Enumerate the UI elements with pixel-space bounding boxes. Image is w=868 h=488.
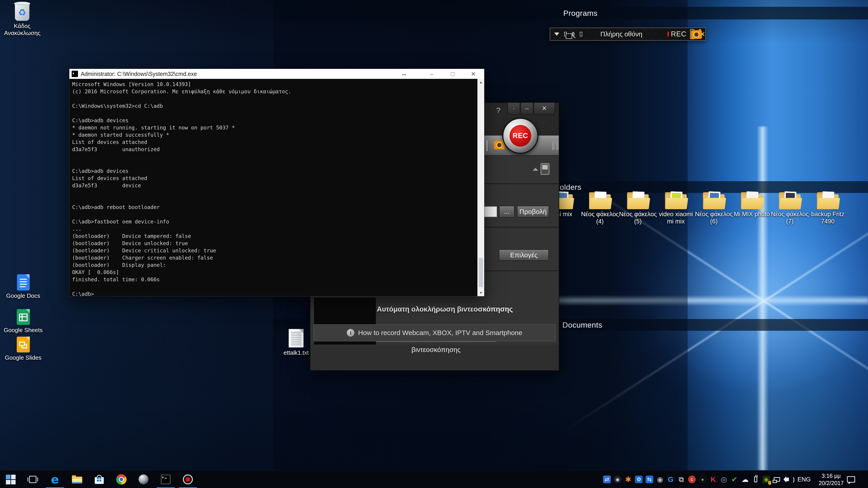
edge-app[interactable]: e	[47, 470, 63, 488]
device-icon[interactable]: ⧉	[676, 470, 686, 488]
cmd-line: C:\adb>adb devices	[72, 167, 477, 175]
usb-icon[interactable]	[750, 470, 761, 488]
language-indicator[interactable]: ENG	[798, 470, 811, 488]
scrollbar-thumb[interactable]	[479, 258, 483, 287]
recycle-bin-icon[interactable]: ♻ Κάδος Ανακύκλωσης	[4, 4, 40, 37]
cmd-scrollbar[interactable]: ▲ ▼	[477, 79, 484, 296]
cmd-line: finished. total time: 0.066s	[72, 276, 477, 283]
folder-item[interactable]: Νέος φάκελος (7)	[771, 191, 809, 225]
minimize-to-tray-button[interactable]: ·	[507, 102, 520, 115]
logitech-g-icon[interactable]: G	[665, 470, 676, 488]
onedrive-cloud-icon[interactable]: ☁	[740, 470, 750, 488]
magnifier-icon[interactable]	[572, 32, 575, 36]
info-bar[interactable]: i How to record Webcam, XBOX, IPTV and S…	[313, 324, 556, 341]
folder-icon	[664, 191, 687, 209]
fence-programs-title: Programs	[563, 9, 597, 18]
cmd-line: Microsoft Windows [Version 10.0.14393]	[72, 80, 477, 88]
volume-icon[interactable]	[782, 470, 793, 488]
folder-item[interactable]: Νέος φάκελος (6)	[695, 191, 733, 225]
view-button[interactable]: Προβολή	[517, 206, 549, 218]
orb-app[interactable]	[135, 470, 151, 488]
region-select-icon[interactable]	[580, 32, 582, 36]
action-center-button[interactable]	[846, 470, 856, 488]
folder-item[interactable]: video xiaomi mi mix	[657, 191, 695, 225]
cmd-line: List of devices attached	[72, 175, 477, 182]
help-icon[interactable]: ?	[496, 106, 500, 115]
record-dot-icon[interactable]	[667, 31, 669, 37]
capture-bar: Πλήρης οθόνη REC ✕	[550, 28, 706, 41]
folder-item[interactable]: Νέος φάκελος (4)	[581, 191, 619, 225]
resize-cursor-icon: ↔	[401, 70, 407, 77]
clock[interactable]: 3:16 μμ 20/2/2017	[812, 470, 850, 488]
minimize-button[interactable]: –	[521, 102, 533, 115]
cmd-line: OKAY [ 0.066s]	[72, 269, 477, 276]
cmd-line: C:\adb>fastboot oem device-info	[72, 218, 477, 225]
nvidia-icon[interactable]: ◉!	[761, 470, 772, 488]
google-sheets-label: Google Sheets	[3, 327, 43, 334]
folder-icon	[627, 191, 649, 209]
taskbar: e ⇄◉✱⚙⇆◉G⧉c●K◎✔☁◉! ENG 3:16 μμ 20/2/2017	[0, 470, 868, 488]
collapse-icon[interactable]	[533, 168, 538, 171]
fence-programs: Programs	[273, 7, 868, 20]
wallpaper-beam-vertical	[757, 127, 769, 470]
check-icon[interactable]: ✔	[729, 470, 740, 488]
desktop: Programs Folders Documents ♻ Κάδος Ανακύ…	[0, 0, 868, 488]
cmd-line	[72, 211, 477, 218]
google-slides-icon[interactable]: Google Slides	[3, 337, 43, 361]
capture-close-button[interactable]: ✕	[700, 30, 705, 38]
scroll-up-arrow[interactable]: ▲	[477, 79, 484, 86]
audio-driver-icon[interactable]: ◎	[719, 470, 729, 488]
cmd-line: * daemon not running. starting it now on…	[72, 124, 477, 131]
pause-icon[interactable]	[551, 141, 560, 150]
folder-icon	[816, 191, 839, 209]
info-icon: i	[347, 329, 354, 337]
asterisk-icon[interactable]: ✱	[623, 470, 633, 488]
steam-icon[interactable]: ◉	[612, 470, 623, 488]
file-explorer-app[interactable]	[69, 470, 85, 488]
screenshot-camera-icon[interactable]	[494, 141, 505, 149]
scroll-down-arrow[interactable]: ▼	[477, 289, 484, 296]
cmd-line: (c) 2016 Microsoft Corporation. Με επιφύ…	[72, 88, 477, 95]
gear-icon[interactable]: ⚙	[633, 470, 644, 488]
google-docs-label: Google Docs	[3, 292, 43, 299]
capture-camera-button[interactable]	[690, 29, 694, 39]
capture-rec-label[interactable]: REC	[671, 30, 686, 38]
folder-label: Νέος φάκελος (5)	[619, 210, 657, 225]
ettalk-txt-icon[interactable]: ettalk1.txt	[277, 329, 315, 356]
folder-item[interactable]: Mi MIX photo	[733, 191, 771, 225]
cmd-line: (bootloader) Device unlocked: true	[72, 240, 477, 247]
command-prompt-app[interactable]	[158, 470, 174, 488]
ettalk-txt-label: ettalk1.txt	[277, 349, 315, 356]
teamviewer-icon[interactable]: ⇆	[644, 470, 655, 488]
minimize-button[interactable]: –	[424, 69, 440, 79]
webcam-icon[interactable]: ◉	[655, 470, 665, 488]
store-app[interactable]	[91, 470, 107, 488]
browse-button[interactable]: ...	[499, 206, 515, 218]
record-button[interactable]: REC	[502, 118, 538, 154]
google-sheets-icon[interactable]: Google Sheets	[3, 309, 43, 334]
record-button-label: REC	[509, 125, 531, 147]
recorder-dot-icon[interactable]: ●	[698, 470, 708, 488]
google-docs-icon[interactable]: Google Docs	[3, 274, 43, 299]
google-sheets-glyph	[17, 309, 30, 325]
close-button[interactable]: ✕	[534, 102, 555, 115]
monitor-icon[interactable]	[540, 163, 550, 175]
cmd-titlebar[interactable]: Administrator: C:\Windows\System32\cmd.e…	[69, 69, 484, 79]
cmd-output[interactable]: Microsoft Windows [Version 10.0.14393](c…	[69, 79, 477, 296]
task-view-button[interactable]	[25, 470, 41, 488]
network-icon[interactable]	[772, 470, 782, 488]
chrome-app[interactable]	[114, 470, 129, 488]
folder-item[interactable]: backup Fritz 7490	[809, 191, 847, 225]
kaspersky-icon[interactable]: K	[708, 470, 718, 488]
windows-capture-icon[interactable]	[564, 32, 567, 36]
auto-complete-header: Αυτόματη ολοκλήρωση βιντεοσκόπησης	[377, 305, 513, 313]
bandicam-app[interactable]	[180, 470, 196, 488]
maximize-button[interactable]: □	[445, 69, 460, 79]
phone-sync-icon[interactable]: ⇄	[602, 470, 612, 488]
dropdown-arrow-icon[interactable]	[554, 33, 559, 36]
start-button[interactable]	[3, 470, 19, 488]
close-button[interactable]: ✕	[465, 69, 481, 79]
folder-item[interactable]: Νέος φάκελος (5)	[619, 191, 657, 225]
options-button[interactable]: Επιλογές	[499, 250, 549, 261]
ccleaner-icon[interactable]: c	[687, 470, 697, 488]
